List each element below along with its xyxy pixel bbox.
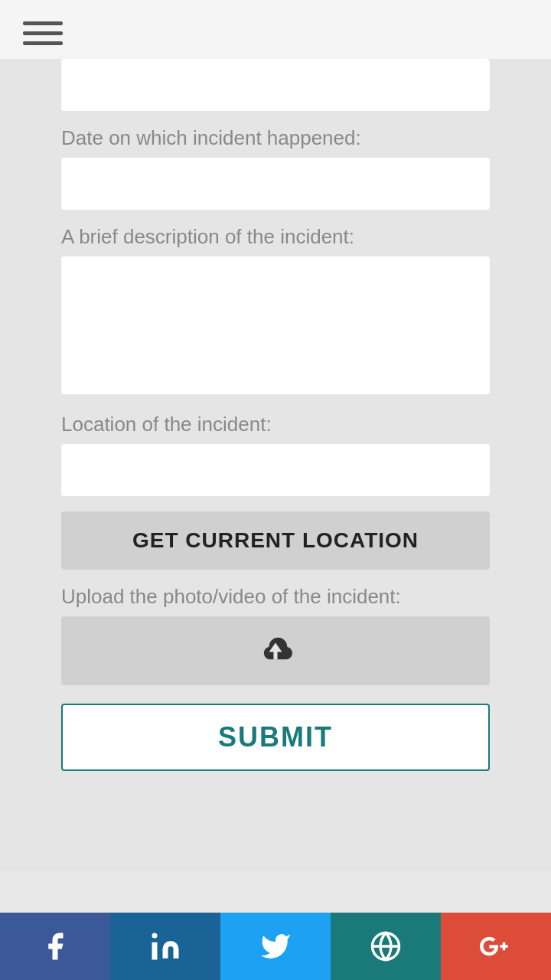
submit-button[interactable]: SUBMIT [61, 704, 490, 771]
globe-button[interactable] [331, 913, 441, 980]
googleplus-button[interactable] [441, 913, 551, 980]
description-label: A brief description of the incident: [61, 225, 490, 249]
facebook-icon [39, 930, 71, 962]
form-container: Date on which incident happened: A brief… [0, 59, 551, 871]
upload-area[interactable] [61, 616, 490, 685]
twitter-button[interactable] [220, 913, 331, 980]
get-location-button[interactable]: GET CURRENT LOCATION [61, 511, 490, 570]
social-footer [0, 913, 551, 980]
location-label: Location of the incident: [61, 413, 490, 436]
date-label: Date on which incident happened: [61, 126, 490, 150]
upload-cloud-icon [255, 629, 296, 673]
hamburger-menu[interactable] [23, 21, 63, 45]
svg-rect-0 [273, 651, 277, 660]
facebook-button[interactable] [0, 913, 110, 980]
upload-label: Upload the photo/video of the incident: [61, 585, 490, 609]
globe-icon [370, 930, 402, 962]
twitter-icon [259, 930, 292, 962]
linkedin-button[interactable] [110, 913, 220, 980]
header [0, 0, 551, 59]
date-input[interactable] [61, 158, 490, 210]
svg-point-3 [152, 933, 158, 939]
location-input[interactable] [61, 444, 490, 496]
googleplus-icon [480, 930, 512, 962]
linkedin-icon [149, 930, 181, 962]
top-partial-input[interactable] [61, 59, 490, 111]
svg-rect-2 [152, 942, 158, 960]
description-textarea[interactable] [61, 256, 490, 394]
